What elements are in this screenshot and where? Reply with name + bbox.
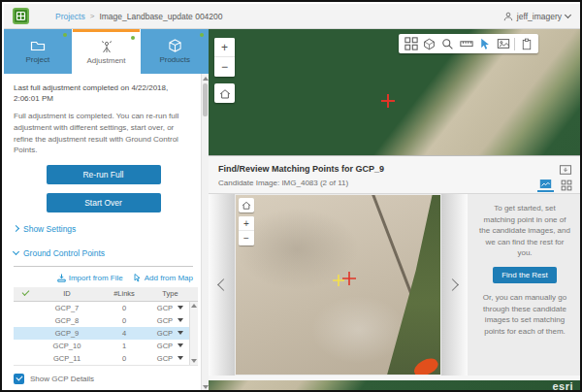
person-icon <box>503 12 513 21</box>
left-panel: Project Adjustment Products Last full ad… <box>4 29 209 392</box>
start-over-button[interactable]: Start Over <box>47 193 161 212</box>
breadcrumb-project-name: Image_Landbase_update 004200 <box>99 12 222 21</box>
previous-image-button[interactable] <box>209 194 235 376</box>
breadcrumb-separator: > <box>90 12 95 20</box>
import-label: Import from File <box>69 274 123 282</box>
select-images-icon[interactable] <box>475 34 494 53</box>
tab-label: Project <box>25 55 49 64</box>
zoom-out-button[interactable]: − <box>239 231 254 245</box>
measure-icon[interactable] <box>457 34 475 53</box>
tab-adjustment[interactable]: Adjustment <box>73 29 141 74</box>
map-zoom-control: + − <box>214 38 235 77</box>
folder-icon <box>30 40 46 52</box>
gcp-type-value: GCP <box>157 329 173 338</box>
thumbnails-icon[interactable] <box>402 34 420 53</box>
rerun-full-button[interactable]: Re-run Full <box>47 165 161 184</box>
panel-tabs: Project Adjustment Products <box>4 29 209 74</box>
collapse-panel-icon[interactable] <box>559 162 574 175</box>
image-zoom-control: + − <box>239 216 254 245</box>
gcp-id-cell: GCP_7 <box>37 304 97 312</box>
col-links: #Links <box>97 289 151 298</box>
show-settings-label: Show Settings <box>23 224 76 234</box>
toolbar-divider <box>514 38 515 50</box>
dropdown-caret-icon <box>178 318 183 322</box>
status-dot <box>63 33 67 37</box>
gcp-table-row[interactable]: GCP_110GCP <box>14 352 198 365</box>
app-window: Projects > Image_Landbase_update 004200 … <box>0 0 582 392</box>
gcp-table-row[interactable]: GCP_80GCP <box>14 314 198 327</box>
gcp-type-dropdown[interactable]: GCP <box>151 354 189 363</box>
scrollbar-thumb[interactable] <box>203 83 208 116</box>
scroll-up-icon[interactable] <box>191 304 197 308</box>
dropdown-caret-icon <box>178 356 183 360</box>
user-menu[interactable]: jeff_imagery <box>503 12 570 21</box>
esri-watermark: esri <box>552 380 573 392</box>
gcp-links-cell: 0 <box>97 304 151 312</box>
gcp-section-toggle[interactable]: Ground Control Points <box>14 248 193 258</box>
single-view-icon[interactable] <box>537 178 554 192</box>
show-gcp-details-row: Show GCP Details <box>14 374 193 384</box>
dropdown-caret-icon <box>178 331 183 335</box>
import-icon <box>57 274 66 282</box>
gcp-id-cell: GCP_11 <box>37 354 97 363</box>
manual-instructions-text: Or, you can manually go through these ca… <box>477 292 572 337</box>
clipboard-icon[interactable] <box>517 34 535 53</box>
gcp-type-dropdown[interactable]: GCP <box>151 304 189 312</box>
gcp-links-cell: 1 <box>97 342 151 350</box>
candidate-carousel: + − To get started, set matching point i… <box>209 194 582 376</box>
gcp-type-value: GCP <box>157 316 173 325</box>
candidate-image-label: Candidate Image: IMG_4083 (2 of 11) <box>209 174 582 193</box>
gcp-actions: Import from File Add from Map <box>14 274 193 282</box>
app-header: Projects > Image_Landbase_update 004200 … <box>4 4 582 29</box>
gcp-marker-red-cross-icon <box>380 93 396 109</box>
find-the-rest-button[interactable]: Find the Rest <box>493 267 557 283</box>
home-extent-button[interactable] <box>214 83 235 103</box>
gcp-type-value: GCP <box>157 342 173 350</box>
chevron-down-icon <box>13 248 19 255</box>
gcp-type-dropdown[interactable]: GCP <box>151 316 189 325</box>
next-image-button[interactable] <box>441 194 468 376</box>
zoom-in-button[interactable]: + <box>239 216 254 231</box>
add-from-map-link[interactable]: Add from Map <box>133 274 193 282</box>
zoom-out-button[interactable]: − <box>214 57 235 77</box>
gcp-table-row[interactable]: GCP_70GCP <box>14 302 198 314</box>
import-from-file-link[interactable]: Import from File <box>57 274 123 282</box>
gcp-type-value: GCP <box>157 304 173 312</box>
candidate-image[interactable] <box>236 195 440 375</box>
col-type: Type <box>151 289 189 298</box>
gcp-type-dropdown[interactable]: GCP <box>151 329 189 338</box>
search-icon[interactable] <box>438 34 457 53</box>
gcp-table-row[interactable]: GCP_94GCP <box>14 327 198 340</box>
find-review-panel: Find/Review Matching Points for GCP_9 Ca… <box>209 155 582 380</box>
adjustment-panel-content: Last full adjustment completed on 4/22/2… <box>4 74 201 392</box>
gcp-section-label: Ground Control Points <box>23 248 105 258</box>
table-scrollbar[interactable] <box>189 302 198 365</box>
breadcrumb: Projects > Image_Landbase_update 004200 <box>55 12 223 21</box>
chevron-down-icon <box>565 12 571 18</box>
chevron-left-icon <box>217 278 230 291</box>
image-home-button[interactable] <box>239 198 254 212</box>
tab-products[interactable]: Products <box>141 29 209 74</box>
image-enhance-icon[interactable] <box>494 34 512 53</box>
panel-scrollbar[interactable] <box>201 74 209 392</box>
basemap-icon[interactable] <box>420 34 438 53</box>
map-cursor-icon <box>133 274 142 282</box>
grid-view-icon[interactable] <box>558 178 574 192</box>
gcp-table-header: ID #Links Type <box>14 287 198 302</box>
gcp-table-body: GCP_70GCPGCP_80GCPGCP_94GCPGCP_101GCPGCP… <box>14 302 198 365</box>
gcp-type-dropdown[interactable]: GCP <box>151 342 189 350</box>
gcp-links-cell: 0 <box>97 316 151 325</box>
add-from-map-label: Add from Map <box>145 274 193 282</box>
show-gcp-details-checkbox[interactable] <box>14 374 24 384</box>
zoom-in-button[interactable]: + <box>214 38 235 57</box>
check-icon <box>21 288 29 296</box>
tab-project[interactable]: Project <box>4 29 72 74</box>
gcp-table-row[interactable]: GCP_101GCP <box>14 340 198 352</box>
scroll-down-icon[interactable] <box>191 359 197 363</box>
gcp-red-cross-icon <box>342 272 356 285</box>
breadcrumb-projects-link[interactable]: Projects <box>55 12 85 21</box>
col-id: ID <box>37 289 97 298</box>
gcp-id-cell: GCP_8 <box>37 316 97 325</box>
divider <box>14 266 193 267</box>
show-settings-toggle[interactable]: Show Settings <box>14 224 193 234</box>
